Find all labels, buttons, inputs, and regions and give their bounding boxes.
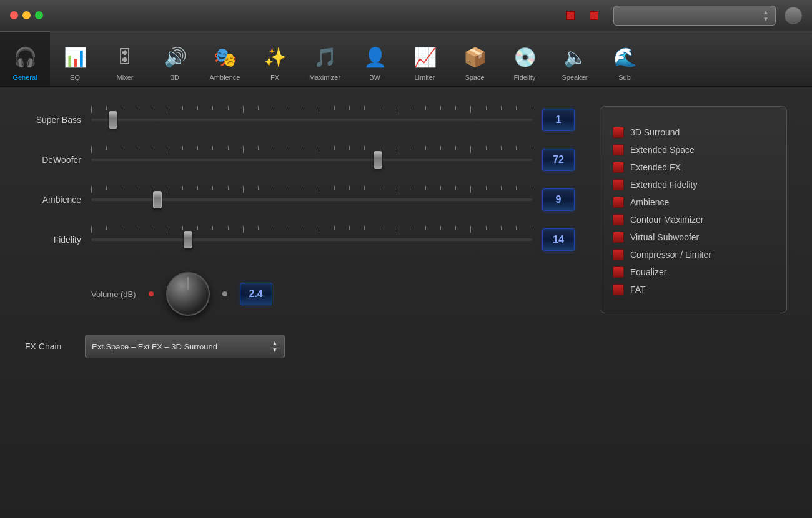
tab-general[interactable]: 🎧 General <box>0 31 50 86</box>
tick-mark <box>440 186 441 190</box>
tab-speaker[interactable]: 🔈 Speaker <box>550 31 600 86</box>
titlebar: ▲▼ <box>0 0 812 31</box>
tab-eq[interactable]: 📊 EQ <box>50 31 100 86</box>
enable-item-extended-fx[interactable]: Extended FX <box>613 162 774 173</box>
slider-track-ambience[interactable] <box>91 186 532 213</box>
traffic-lights <box>10 11 43 19</box>
tick-mark <box>319 146 319 153</box>
tab-maximizer[interactable]: 🎵 Maximizer <box>300 31 350 86</box>
enable-item-equalizer[interactable]: Equalizer <box>613 266 774 278</box>
tick-mark <box>243 186 244 193</box>
tab-label-sub: Sub <box>618 74 631 81</box>
slider-rail-dewoofer <box>91 159 532 161</box>
tick-mark <box>212 186 213 190</box>
tick-mark <box>91 146 92 153</box>
tick-mark <box>364 186 365 190</box>
tick-mark <box>516 106 517 110</box>
fx-chain-arrows: ▲▼ <box>272 340 278 353</box>
slider-track-super-bass[interactable] <box>91 106 532 134</box>
tick-mark <box>380 226 380 230</box>
tick-mark <box>532 226 532 230</box>
tab-fx[interactable]: ✨ FX <box>250 31 300 86</box>
tick-mark <box>470 146 471 153</box>
tick-mark <box>501 106 502 110</box>
close-button[interactable] <box>10 11 18 19</box>
tick-mark <box>319 106 319 113</box>
on-button[interactable] <box>566 11 578 20</box>
tick-mark <box>91 106 92 113</box>
tick-mark <box>395 106 395 113</box>
tick-mark <box>274 186 274 190</box>
slider-thumb-ambience[interactable] <box>153 191 162 208</box>
tick-mark <box>212 226 213 230</box>
tick-mark <box>532 146 532 150</box>
tick-mark <box>501 226 502 230</box>
tab-fidelity[interactable]: 💿 Fidelity <box>500 31 550 86</box>
enable-led-compressor-limiter <box>613 249 624 260</box>
tick-mark <box>501 186 502 190</box>
slider-rail-fidelity <box>91 238 532 241</box>
tab-icon-3d: 🔊 <box>159 41 191 72</box>
tick-mark <box>349 106 350 110</box>
mute-button[interactable] <box>590 11 602 20</box>
enable-label-virtual-subwoofer: Virtual Subwoofer <box>630 232 699 242</box>
tick-mark <box>501 146 502 150</box>
tick-mark <box>228 106 229 110</box>
tick-mark <box>486 226 487 230</box>
slider-track-dewoofer[interactable] <box>91 146 532 173</box>
tick-mark <box>410 106 410 110</box>
fx-chain-dropdown[interactable]: Ext.Space – Ext.FX – 3D Surround ▲▼ <box>85 335 285 358</box>
tick-mark <box>486 146 487 150</box>
tab-mixer[interactable]: 🎛 Mixer <box>100 31 150 86</box>
tick-mark <box>395 226 395 233</box>
tick-mark <box>197 226 198 230</box>
slider-thumb-dewoofer[interactable] <box>374 151 382 169</box>
volume-knob[interactable] <box>166 272 210 316</box>
tick-mark <box>197 106 198 110</box>
tick-mark <box>243 226 244 233</box>
main-content: Super Bass 1 DeWoofer 72 Ambience 9 Fide… <box>0 87 812 518</box>
enable-item-extended-space[interactable]: Extended Space <box>613 144 774 155</box>
maximize-button[interactable] <box>35 11 43 19</box>
slider-value-super-bass: 1 <box>542 109 575 131</box>
tab-space[interactable]: 📦 Space <box>450 31 500 86</box>
tick-mark <box>440 106 441 110</box>
enable-item-fat[interactable]: FAT <box>613 284 774 295</box>
slider-thumb-fidelity[interactable] <box>184 231 192 248</box>
tick-mark <box>106 106 107 110</box>
tick-mark <box>486 186 487 190</box>
tick-mark <box>137 226 137 230</box>
enable-item-contour-maximizer[interactable]: Contour Maximizer <box>613 214 774 225</box>
enable-item-extended-fidelity[interactable]: Extended Fidelity <box>613 179 774 190</box>
tick-mark <box>425 186 426 190</box>
enable-item-compressor-limiter[interactable]: Compressor / Limiter <box>613 249 774 260</box>
tick-mark <box>274 226 274 230</box>
preset-dropdown[interactable]: ▲▼ <box>613 6 776 26</box>
slider-label-dewoofer: DeWoofer <box>25 155 81 165</box>
help-button[interactable] <box>785 7 802 24</box>
tab-label-bw: BW <box>369 74 380 81</box>
tab-icon-maximizer: 🎵 <box>309 41 340 72</box>
slider-track-fidelity[interactable] <box>91 226 532 253</box>
enable-item-ambience[interactable]: Ambience <box>613 197 774 208</box>
tick-mark <box>470 226 471 233</box>
slider-value-fidelity: 14 <box>542 228 575 251</box>
tick-mark <box>106 146 107 150</box>
tick-mark <box>122 146 122 150</box>
enable-label-3d-surround: 3D Surround <box>630 127 680 137</box>
tab-limiter[interactable]: 📈 Limiter <box>400 31 450 86</box>
tab-bw[interactable]: 👤 BW <box>350 31 400 86</box>
enable-led-3d-surround <box>613 127 624 138</box>
tab-sub[interactable]: 🌊 Sub <box>600 31 650 86</box>
tick-mark <box>334 146 335 150</box>
tick-mark <box>122 106 122 110</box>
tab-3d[interactable]: 🔊 3D <box>150 31 200 86</box>
enable-item-3d-surround[interactable]: 3D Surround <box>613 127 774 138</box>
tick-mark <box>440 146 441 150</box>
enable-item-virtual-subwoofer[interactable]: Virtual Subwoofer <box>613 232 774 243</box>
slider-thumb-super-bass[interactable] <box>109 111 117 129</box>
tick-mark <box>197 186 198 190</box>
minimize-button[interactable] <box>22 11 31 19</box>
tab-ambience[interactable]: 🎭 Ambience <box>200 31 250 86</box>
tick-mark <box>364 106 365 110</box>
